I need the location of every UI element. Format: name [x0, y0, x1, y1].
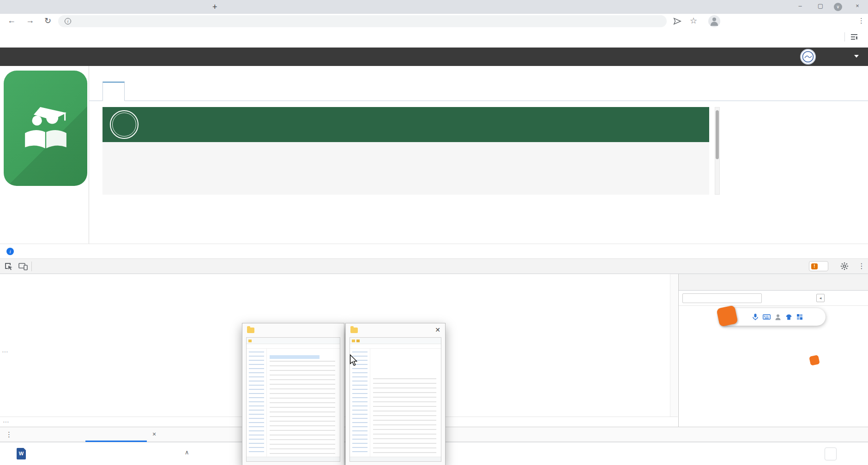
taskbar-preview-images[interactable]: ✕	[345, 323, 446, 465]
ime-skin-person-icon[interactable]	[775, 314, 781, 321]
node-options-dots[interactable]: ⋯	[2, 348, 8, 355]
preview-title-bar: ✕	[346, 323, 445, 337]
info-icon: i	[6, 248, 14, 255]
window-maximize-button[interactable]: ▢	[814, 2, 827, 9]
folder-icon	[350, 328, 358, 333]
browser-toolbar: ← → ↻ i ☆ ⋮	[0, 14, 868, 29]
reading-figures-graphic	[18, 98, 73, 153]
mini-nav-pane	[247, 349, 267, 457]
preview-title-bar	[242, 323, 344, 337]
mini-icon-grid	[370, 349, 439, 457]
styles-pane-tabs	[679, 274, 868, 291]
ime-skin-shirt-icon[interactable]	[785, 314, 792, 321]
bookmarks-right-cluster	[839, 32, 868, 42]
reload-icon[interactable]: ↻	[44, 16, 51, 26]
bookmarks-bar	[0, 29, 868, 45]
student-info-strip	[102, 142, 709, 195]
mini-status-bar	[247, 457, 340, 461]
computed-sidebar-toggle-icon[interactable]: ◂	[816, 294, 825, 302]
page-content	[0, 66, 868, 244]
app-title	[8, 49, 14, 63]
bookmark-star-icon[interactable]: ☆	[690, 16, 697, 26]
sogou-ime-toolbar[interactable]	[719, 308, 826, 326]
mini-file-list	[267, 349, 338, 457]
college-seal-logo	[110, 110, 139, 139]
mini-status-bar	[350, 457, 441, 461]
issue-bubble-icon: !	[811, 263, 818, 269]
ime-toolbox-grid-icon[interactable]	[796, 314, 803, 320]
issues-badge[interactable]: !	[809, 261, 828, 271]
breadcrumb-overflow-dots[interactable]: ⋯	[3, 418, 9, 425]
devtools-language-infobar: i	[0, 244, 868, 259]
share-icon[interactable]	[673, 17, 681, 27]
styles-pane: ◂	[679, 274, 868, 427]
tab-search-button[interactable]: ∨	[834, 3, 842, 11]
sidebar	[0, 66, 89, 244]
devtools-menu-kebab-icon[interactable]: ⋮	[858, 262, 865, 270]
drawer-tab-close-icon[interactable]: ×	[152, 430, 156, 438]
mini-ribbon	[350, 338, 441, 344]
inspect-element-icon[interactable]	[4, 262, 13, 271]
mini-address-bar	[247, 344, 340, 349]
content-scrollbar-thumb[interactable]	[716, 110, 719, 159]
tab-row-border	[89, 101, 868, 101]
mouse-cursor	[350, 354, 358, 366]
address-bar[interactable]: i	[58, 15, 667, 27]
bookmarks-divider	[844, 32, 845, 42]
styles-filter-row: ◂	[679, 291, 868, 306]
device-toolbar-icon[interactable]	[18, 262, 28, 271]
app-logo	[4, 71, 87, 186]
window-close-button[interactable]: ×	[850, 2, 864, 9]
show-all-downloads-button[interactable]	[825, 447, 837, 460]
window-minimize-button[interactable]: –	[793, 2, 807, 9]
app-header	[0, 48, 868, 66]
taskbar-preview-work[interactable]	[242, 323, 344, 465]
sogou-mini-icon[interactable]	[809, 355, 820, 366]
devtools-settings-gear-icon[interactable]	[840, 262, 849, 272]
mini-ribbon	[247, 338, 340, 344]
page-info-icon[interactable]: i	[65, 18, 71, 24]
drawer-menu-kebab-icon[interactable]: ⋮	[6, 430, 12, 439]
user-avatar[interactable]	[800, 49, 816, 65]
reading-list-icon	[850, 33, 858, 41]
browser-profile-avatar[interactable]	[708, 15, 720, 27]
styles-filter-input[interactable]	[682, 293, 762, 303]
word-document-icon: W	[17, 448, 26, 459]
sogou-logo-icon[interactable]	[716, 305, 738, 327]
user-menu-caret-icon[interactable]	[854, 55, 859, 58]
new-tab-button[interactable]: +	[212, 2, 217, 12]
forward-icon[interactable]: →	[26, 16, 34, 25]
browser-tab-strip: + – ▢ ∨ ×	[0, 0, 868, 14]
ime-keyboard-icon[interactable]	[763, 314, 771, 320]
college-banner[interactable]	[102, 107, 709, 142]
preview-close-icon[interactable]: ✕	[435, 326, 440, 334]
devtools-toolbar: ! ⋮	[0, 259, 868, 274]
folder-icon	[247, 328, 254, 333]
page-tab-home[interactable]	[102, 82, 125, 101]
mini-address-bar	[350, 344, 441, 349]
browser-menu-kebab-icon[interactable]: ⋮	[858, 17, 865, 25]
screen: + – ▢ ∨ × ← → ↻ i ☆ ⋮	[0, 0, 868, 465]
explorer-thumbnail-images[interactable]	[350, 337, 441, 462]
back-icon[interactable]: ←	[7, 16, 16, 25]
ime-mic-icon[interactable]	[752, 313, 759, 321]
download-chevron-icon[interactable]: ∧	[185, 449, 189, 456]
toolbar-divider	[31, 262, 32, 271]
elements-scrollbar[interactable]	[670, 274, 678, 417]
content-scrollbar[interactable]	[715, 107, 720, 195]
explorer-thumbnail-work[interactable]	[246, 337, 340, 462]
